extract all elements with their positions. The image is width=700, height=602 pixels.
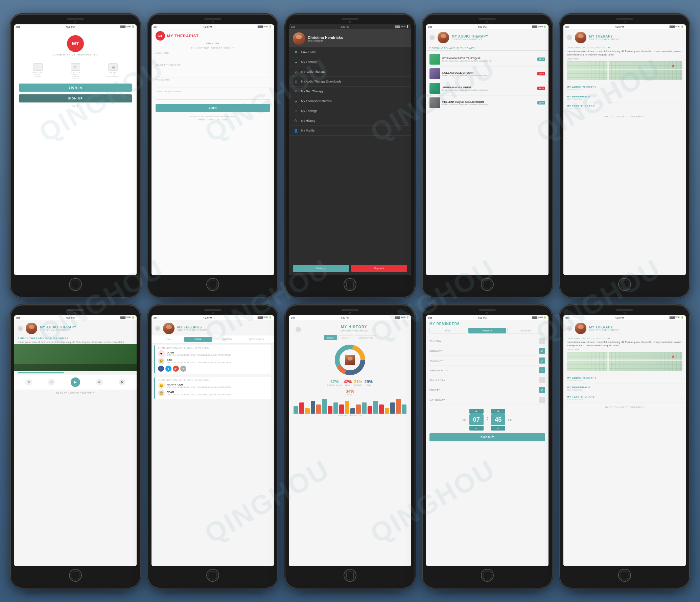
minutes-down-btn[interactable]: − — [491, 426, 505, 431]
audio-thumb-4 — [429, 97, 440, 108]
thursday-check[interactable] — [539, 377, 545, 383]
minutes-up-btn[interactable]: + — [491, 409, 505, 414]
about-link[interactable]: About — [222, 119, 228, 121]
status-bar-7: Bell 4:20 PM ▓▓▓ WiFi 🔋 — [151, 315, 274, 320]
signout-button[interactable]: Sign out — [351, 265, 407, 272]
history-tab-range[interactable]: DATE RANGE — [355, 335, 376, 340]
therapy-sidebar-referrals[interactable]: MY REFERRALS JOIN NOW/YEAH › — [563, 93, 686, 102]
therapy-sidebar-audio[interactable]: MY AUDIO THERAPY JOIN NOW/YEAH › — [563, 84, 686, 93]
settings-ctrl-icon[interactable]: ⚙ — [25, 379, 32, 386]
sadness-back-link[interactable]: BACK TO HOW DO YOU FEEL? — [14, 390, 137, 396]
hours-unit: + 07 − — [469, 409, 484, 431]
volume-icon[interactable]: 🔊 — [119, 379, 125, 386]
therapy-2-audio[interactable]: MY AUDIO THERAPY JOIN NOW/YEAH › — [563, 374, 686, 384]
home-button-7[interactable] — [206, 569, 219, 582]
therapy-2-referrals[interactable]: MY REFERRALS JOIN NOW/YEAH › — [563, 384, 686, 393]
share-gp-icon[interactable]: g+ — [173, 366, 179, 372]
menu-item-downloads[interactable]: ⬇ My Audio Therapy Downloads — [289, 77, 411, 87]
audio-item-3[interactable]: AENEAN NON LOREM Lorem ipsum dolor sit a… — [426, 81, 549, 96]
terms-link[interactable]: Terms of Use — [207, 119, 219, 121]
therapy-2-title-sub: CHRISTINA HENDRICKS — [589, 329, 682, 331]
menu-item-therapy[interactable]: ☁ My Therapy — [289, 57, 411, 67]
share-email-icon[interactable]: ✉ — [180, 366, 186, 372]
home-btn-inner-8 — [346, 572, 354, 579]
password-input[interactable] — [156, 82, 270, 88]
audio-item-1[interactable]: ETIAM MOLESTIE TRISTIQUE Lorem ipsum dol… — [426, 52, 549, 67]
sadness-back-btn[interactable]: ← — [18, 326, 23, 331]
share-fb-icon[interactable]: f — [158, 366, 164, 372]
menu-item-history[interactable]: ⏱ My History — [289, 116, 411, 126]
signal-7: ▓▓▓ WiFi 🔋 — [258, 316, 272, 319]
share-tw-icon[interactable]: t — [165, 366, 171, 372]
therapy-2-back-link[interactable]: BACK TO HOW DO YOU FEEL? — [563, 404, 686, 411]
menu-item-audio[interactable]: ♫ My Audio Therapy — [289, 67, 411, 77]
reminders-tab-weekly[interactable]: WEEKLY — [468, 328, 506, 333]
therapist-select[interactable] — [156, 67, 270, 73]
history-tab-week[interactable]: WEEK — [324, 335, 337, 340]
phone-top-9 — [426, 309, 549, 314]
wednesday-check[interactable]: ✓ — [539, 367, 545, 373]
tuesday-check[interactable]: ✓ — [539, 357, 545, 364]
signup-brand: MY THERAPIST — [167, 34, 199, 38]
confirm-input[interactable] — [156, 93, 270, 100]
signup-button[interactable]: SIGN UP — [19, 94, 132, 102]
home-button-2[interactable] — [206, 278, 219, 291]
audio-list-header: ← MY AUDIO THERAPY CHRISTINA HENDRICKS — [426, 29, 549, 45]
feelings-tab-week[interactable]: WEEK — [184, 337, 212, 342]
prev-btn[interactable]: ⏮ — [48, 379, 55, 386]
home-button-1[interactable] — [69, 278, 82, 291]
reminders-tab-monthly[interactable]: MONTHLY — [507, 328, 545, 333]
feelings-tab-range[interactable]: DATE RANGE — [243, 337, 271, 342]
home-button-8[interactable] — [344, 569, 356, 582]
home-button-6[interactable] — [69, 569, 82, 582]
saturday-check[interactable] — [539, 397, 545, 403]
home-button-10[interactable] — [618, 569, 631, 582]
settings-button[interactable]: Settings — [293, 265, 349, 272]
audio-thumb-2 — [429, 68, 440, 79]
menu-item-feelings[interactable]: ☺ My Feelings — [289, 106, 411, 116]
history-tab-month[interactable]: MONTH — [339, 335, 353, 340]
history-back-btn[interactable]: ← — [296, 327, 301, 332]
home-button-3[interactable] — [344, 278, 356, 291]
feelings-back-btn[interactable]: ← — [155, 326, 160, 331]
therapy-back-btn[interactable]: ← — [567, 35, 572, 40]
hours-down-btn[interactable]: − — [469, 426, 484, 431]
menu-item-referrals[interactable]: ★ My Therapist Referrals — [289, 96, 411, 106]
hours-up-btn[interactable]: + — [469, 409, 484, 414]
am-label: AM — [462, 418, 467, 421]
bar-16 — [385, 408, 390, 414]
privacy-link[interactable]: Privacy — [198, 119, 205, 121]
audio-back-btn[interactable]: ← — [429, 35, 435, 40]
next-btn[interactable]: ⏭ — [96, 379, 103, 386]
therapy-back-link[interactable]: BACK TO HOW DO YOU FEEL? — [563, 113, 686, 120]
therapy-date: ON MONDAY JANUARY 3, 2013 1:51 PM — [567, 47, 682, 49]
home-button-9[interactable] — [481, 569, 494, 582]
nickname-input[interactable] — [156, 55, 270, 61]
audio-item-4[interactable]: PELLENTESQUE SOLLICITUDIN Lorem ipsum do… — [426, 96, 549, 110]
play-btn[interactable]: ▶ — [71, 377, 80, 387]
feelings-date-1: ON MONDAY JANUARY 3, 2013 1:12 PM I FEEL — [158, 347, 269, 349]
menu-item-feel[interactable]: ❤ How I Feel — [289, 47, 411, 57]
home-button-5[interactable] — [618, 278, 631, 291]
audio-item-2[interactable]: NULLAM SOLLICITUDIN Lorem ipsum dolor si… — [426, 67, 549, 81]
thursday-label: THURSDAY — [429, 379, 453, 382]
therapy-2-text[interactable]: MY TEXT THERAPY JOIN NOW/YEAH › — [563, 393, 686, 403]
menu-item-text[interactable]: ✉ My Text Therapy — [289, 87, 411, 96]
home-button-4[interactable] — [481, 278, 494, 291]
friday-check[interactable]: ✓ — [539, 387, 545, 393]
signin-button[interactable]: SIGN IN — [19, 84, 132, 92]
feelings-tab-day[interactable]: DAY — [155, 337, 183, 342]
sunday-check[interactable] — [539, 338, 545, 344]
therapy-sidebar-text[interactable]: MY TEXT THERAPY JOIN NOW/YEAH › — [563, 102, 686, 112]
join-button[interactable]: JOIN — [156, 104, 270, 112]
reminders-tab-daily[interactable]: DAILY — [429, 328, 467, 333]
menu-item-profile[interactable]: 👤 My Profile — [289, 126, 411, 136]
skip-link[interactable]: SKIP — [72, 105, 79, 108]
audio-progress-bar[interactable] — [18, 372, 133, 373]
therapy-2-map: 📍 — [567, 352, 682, 371]
submit-button[interactable]: SUBMIT — [429, 433, 545, 441]
therapy-2-audio-label: MY AUDIO THERAPY — [567, 376, 597, 379]
therapy-2-back-btn[interactable]: ← — [567, 326, 572, 331]
monday-check[interactable]: ✓ — [539, 348, 545, 354]
feelings-tab-month[interactable]: MONTH — [213, 337, 241, 342]
